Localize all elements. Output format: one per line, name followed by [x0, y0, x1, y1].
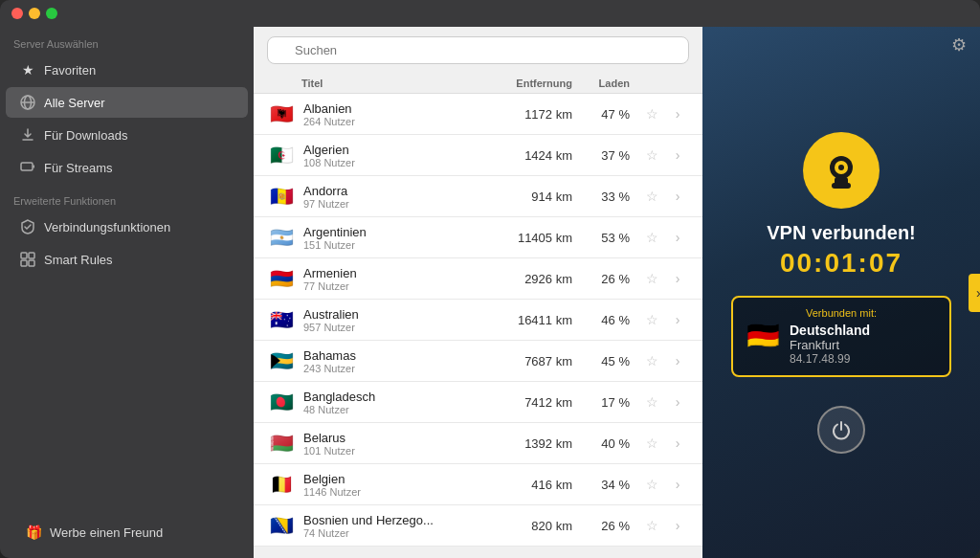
server-list: 🇦🇱 Albanien 264 Nutzer 1172 km 47 % ☆ › … [254, 94, 702, 558]
sidebar-item-favoriten[interactable]: ★ Favoriten [6, 55, 248, 85]
grid-icon [19, 251, 36, 268]
server-distance: 2926 km [494, 272, 580, 286]
server-name: Bahamas [303, 348, 494, 363]
server-flag: 🇦🇺 [267, 305, 296, 334]
server-name: Andorra [303, 184, 494, 198]
sidebar-item-fuer-downloads[interactable]: Für Downloads [6, 120, 248, 150]
server-detail-button[interactable]: › [666, 312, 689, 327]
table-row[interactable]: 🇧🇦 Bosnien und Herzego... 74 Nutzer 820 … [254, 505, 702, 547]
server-flag: 🇧🇩 [267, 388, 296, 416]
table-header: Titel Entfernung Laden [254, 74, 702, 94]
col-dist-header: Entfernung [494, 78, 580, 89]
table-row[interactable]: 🇧🇪 Belgien 1146 Nutzer 416 km 34 % ☆ › [254, 464, 702, 505]
server-name: Armenien [303, 266, 494, 280]
server-users: 77 Nutzer [303, 280, 494, 292]
minimize-button[interactable] [29, 8, 40, 19]
server-detail-button[interactable]: › [666, 106, 689, 122]
table-row[interactable]: 🇦🇩 Andorra 97 Nutzer 914 km 33 % ☆ › [254, 176, 702, 217]
sidebar-item-fuer-streams[interactable]: Für Streams [6, 152, 248, 183]
server-favorite-button[interactable]: ☆ [637, 518, 666, 533]
server-distance: 1424 km [494, 148, 580, 163]
power-button[interactable] [817, 406, 865, 454]
connected-label: Verbunden mit: [746, 307, 936, 319]
svg-rect-12 [832, 183, 851, 189]
server-flag: 🇦🇷 [267, 223, 296, 252]
sidebar-item-smart-rules[interactable]: Smart Rules [6, 244, 248, 275]
col-load-header: Laden [580, 78, 637, 89]
sidebar-item-verbindungsfunktionen[interactable]: Verbindungsfunktionen [6, 212, 248, 242]
connected-flag: 🇩🇪 [746, 323, 780, 349]
table-row[interactable]: 🇧🇾 Belarus 101 Nutzer 1392 km 40 % ☆ › [254, 423, 702, 464]
table-row[interactable]: 🇦🇱 Albanien 264 Nutzer 1172 km 47 % ☆ › [254, 94, 702, 135]
traffic-lights [11, 8, 57, 19]
server-detail-button[interactable]: › [666, 147, 689, 163]
star-icon: ★ [19, 61, 36, 78]
connected-country: Deutschland [790, 323, 936, 338]
search-input[interactable] [267, 36, 689, 64]
sidebar-item-verbindungsfunktionen-label: Verbindungsfunktionen [44, 220, 170, 234]
expand-button[interactable]: » [969, 274, 980, 312]
server-name: Belgien [303, 472, 494, 486]
gear-button[interactable]: ⚙ [951, 34, 967, 56]
server-favorite-button[interactable]: ☆ [637, 353, 666, 368]
server-flag: 🇦🇩 [267, 182, 296, 211]
server-load: 33 % [580, 190, 637, 204]
server-favorite-button[interactable]: ☆ [637, 271, 666, 286]
svg-rect-7 [29, 260, 34, 266]
server-flag: 🇩🇿 [267, 141, 296, 169]
server-load: 46 % [580, 313, 637, 327]
table-row[interactable]: 🇧🇩 Bangladesch 48 Nutzer 7412 km 17 % ☆ … [254, 382, 702, 423]
server-flag: 🇧🇦 [267, 511, 296, 540]
server-flag: 🇧🇾 [267, 429, 296, 458]
server-info: Argentinien 151 Nutzer [296, 225, 494, 251]
titlebar [0, 0, 980, 27]
main-layout: Server Auswählen ★ Favoriten Alle Server [0, 27, 980, 558]
server-detail-button[interactable]: › [666, 394, 689, 410]
connected-details: Deutschland Frankfurt 84.17.48.99 [790, 323, 936, 366]
server-detail-button[interactable]: › [666, 518, 689, 533]
table-row[interactable]: 🇦🇺 Australien 957 Nutzer 16411 km 46 % ☆… [254, 300, 702, 341]
server-favorite-button[interactable]: ☆ [637, 147, 666, 163]
server-name: Algerien [303, 143, 494, 157]
col-title-header: Titel [301, 78, 494, 89]
server-load: 40 % [580, 436, 637, 451]
server-favorite-button[interactable]: ☆ [637, 435, 666, 451]
sidebar-section-extended-label: Erweiterte Funktionen [0, 184, 254, 211]
server-users: 74 Nutzer [303, 527, 494, 539]
server-favorite-button[interactable]: ☆ [637, 312, 666, 327]
server-name: Bangladesch [303, 390, 494, 404]
table-row[interactable]: 🇦🇲 Armenien 77 Nutzer 2926 km 26 % ☆ › [254, 258, 702, 300]
close-button[interactable] [11, 8, 23, 19]
server-detail-button[interactable]: › [666, 353, 689, 368]
server-detail-button[interactable]: › [666, 477, 689, 492]
svg-rect-6 [21, 260, 27, 266]
table-row[interactable]: 🇦🇷 Argentinien 151 Nutzer 11405 km 53 % … [254, 217, 702, 258]
server-name: Argentinien [303, 225, 494, 239]
maximize-button[interactable] [46, 8, 57, 19]
server-favorite-button[interactable]: ☆ [637, 394, 666, 410]
connected-box: Verbunden mit: 🇩🇪 Deutschland Frankfurt … [731, 296, 951, 377]
sidebar-item-werbe-freund[interactable]: 🎁 Werbe einen Freund [11, 517, 242, 547]
svg-rect-4 [21, 253, 27, 258]
server-users: 264 Nutzer [303, 116, 494, 127]
server-detail-button[interactable]: › [666, 271, 689, 286]
sidebar-section-server-label: Server Auswählen [0, 27, 254, 54]
server-users: 97 Nutzer [303, 198, 494, 210]
server-favorite-button[interactable]: ☆ [637, 106, 666, 122]
server-info: Algerien 108 Nutzer [296, 143, 494, 168]
server-favorite-button[interactable]: ☆ [637, 477, 666, 492]
server-detail-button[interactable]: › [666, 435, 689, 451]
server-favorite-button[interactable]: ☆ [637, 189, 666, 204]
table-row[interactable]: 🇩🇿 Algerien 108 Nutzer 1424 km 37 % ☆ › [254, 135, 702, 176]
svg-rect-3 [21, 163, 33, 170]
server-detail-button[interactable]: › [666, 189, 689, 204]
server-distance: 7412 km [494, 395, 580, 410]
sidebar-item-fuer-streams-label: Für Streams [44, 161, 113, 175]
server-detail-button[interactable]: › [666, 230, 689, 245]
table-row[interactable]: 🇧🇸 Bahamas 243 Nutzer 7687 km 45 % ☆ › [254, 341, 702, 382]
stream-icon [19, 159, 36, 176]
server-favorite-button[interactable]: ☆ [637, 230, 666, 245]
server-load: 17 % [580, 395, 637, 410]
sidebar-item-alle-server[interactable]: Alle Server [6, 87, 248, 118]
server-info: Andorra 97 Nutzer [296, 184, 494, 210]
